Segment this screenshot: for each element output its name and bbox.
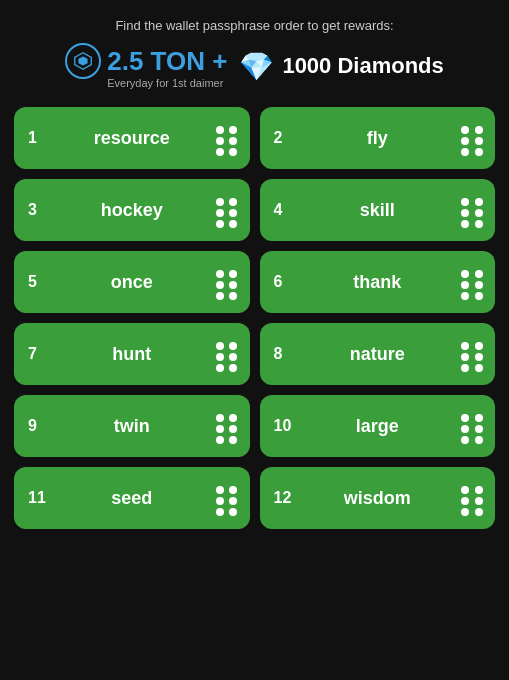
word-number-3: 3 xyxy=(28,201,48,219)
ton-logo xyxy=(65,43,101,79)
drag-handle-icon-11[interactable] xyxy=(216,486,240,510)
drag-handle-icon-5[interactable] xyxy=(216,270,240,294)
word-number-6: 6 xyxy=(274,273,294,291)
word-text-12: wisdom xyxy=(302,488,454,509)
drag-handle-icon-3[interactable] xyxy=(216,198,240,222)
word-card-10[interactable]: 10large xyxy=(260,395,496,457)
word-text-6: thank xyxy=(302,272,454,293)
ton-subtitle: Everyday for 1st daimer xyxy=(107,77,223,89)
drag-handle-icon-6[interactable] xyxy=(461,270,485,294)
word-text-2: fly xyxy=(302,128,454,149)
word-card-1[interactable]: 1resource xyxy=(14,107,250,169)
word-text-10: large xyxy=(302,416,454,437)
drag-handle-icon-2[interactable] xyxy=(461,126,485,150)
svg-marker-1 xyxy=(79,56,88,65)
word-card-12[interactable]: 12wisdom xyxy=(260,467,496,529)
diamond-icon: 💎 xyxy=(239,50,274,83)
word-number-7: 7 xyxy=(28,345,48,363)
word-text-5: once xyxy=(56,272,208,293)
word-number-4: 4 xyxy=(274,201,294,219)
word-number-2: 2 xyxy=(274,129,294,147)
word-card-8[interactable]: 8nature xyxy=(260,323,496,385)
word-number-11: 11 xyxy=(28,489,48,507)
instruction-text: Find the wallet passphrase order to get … xyxy=(115,18,393,33)
word-card-6[interactable]: 6thank xyxy=(260,251,496,313)
drag-handle-icon-9[interactable] xyxy=(216,414,240,438)
word-number-9: 9 xyxy=(28,417,48,435)
ton-section: 2.5 TON + Everyday for 1st daimer xyxy=(65,43,227,89)
word-text-11: seed xyxy=(56,488,208,509)
word-text-7: hunt xyxy=(56,344,208,365)
word-card-3[interactable]: 3hockey xyxy=(14,179,250,241)
word-text-1: resource xyxy=(56,128,208,149)
word-text-3: hockey xyxy=(56,200,208,221)
word-number-5: 5 xyxy=(28,273,48,291)
word-card-2[interactable]: 2fly xyxy=(260,107,496,169)
diamonds-section: 💎 1000 Diamonds xyxy=(239,50,443,83)
words-grid: 1resource2fly3hockey4skill5once6thank7hu… xyxy=(14,107,495,529)
drag-handle-icon-7[interactable] xyxy=(216,342,240,366)
word-card-9[interactable]: 9twin xyxy=(14,395,250,457)
word-number-10: 10 xyxy=(274,417,294,435)
drag-handle-icon-8[interactable] xyxy=(461,342,485,366)
word-number-8: 8 xyxy=(274,345,294,363)
word-card-11[interactable]: 11seed xyxy=(14,467,250,529)
rewards-bar: 2.5 TON + Everyday for 1st daimer 💎 1000… xyxy=(14,43,495,89)
word-card-4[interactable]: 4skill xyxy=(260,179,496,241)
drag-handle-icon-12[interactable] xyxy=(461,486,485,510)
drag-handle-icon-10[interactable] xyxy=(461,414,485,438)
diamonds-amount: 1000 Diamonds xyxy=(282,53,443,79)
word-text-8: nature xyxy=(302,344,454,365)
word-number-1: 1 xyxy=(28,129,48,147)
ton-amount: 2.5 TON + xyxy=(107,46,227,77)
drag-handle-icon-4[interactable] xyxy=(461,198,485,222)
word-card-7[interactable]: 7hunt xyxy=(14,323,250,385)
word-number-12: 12 xyxy=(274,489,294,507)
word-text-9: twin xyxy=(56,416,208,437)
word-card-5[interactable]: 5once xyxy=(14,251,250,313)
drag-handle-icon-1[interactable] xyxy=(216,126,240,150)
word-text-4: skill xyxy=(302,200,454,221)
